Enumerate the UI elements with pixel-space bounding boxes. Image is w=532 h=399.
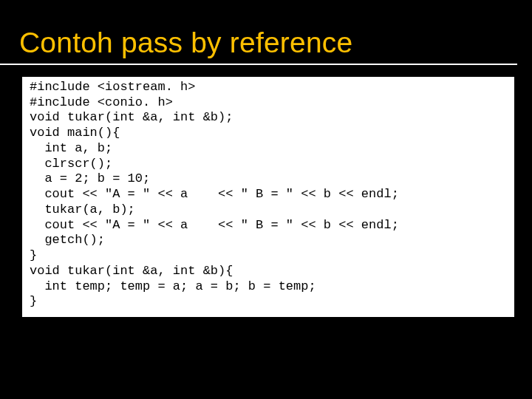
- code-line: #include <conio. h>: [30, 95, 507, 111]
- code-line: int a, b;: [30, 141, 507, 157]
- slide: Contoh pass by reference #include <iostr…: [0, 0, 532, 399]
- code-line: int temp; temp = a; a = b; b = temp;: [30, 279, 507, 295]
- code-line: }: [30, 294, 507, 310]
- code-line: cout << "A = " << a << " B = " << b << e…: [30, 218, 507, 233]
- code-line: cout << "A = " << a << " B = " << b << e…: [30, 187, 507, 202]
- slide-title: Contoh pass by reference: [0, 0, 517, 65]
- code-block: #include <iostream. h> #include <conio. …: [22, 77, 514, 317]
- code-line: getch();: [30, 233, 507, 248]
- code-line: void main(){: [30, 126, 507, 141]
- code-line: tukar(a, b);: [30, 202, 507, 218]
- code-line: #include <iostream. h>: [30, 80, 507, 95]
- code-line: clrscr();: [30, 157, 507, 172]
- code-line: void tukar(int &a, int &b){: [30, 264, 507, 279]
- code-line: a = 2; b = 10;: [30, 171, 507, 187]
- code-line: void tukar(int &a, int &b);: [30, 110, 507, 126]
- code-line: }: [30, 248, 507, 264]
